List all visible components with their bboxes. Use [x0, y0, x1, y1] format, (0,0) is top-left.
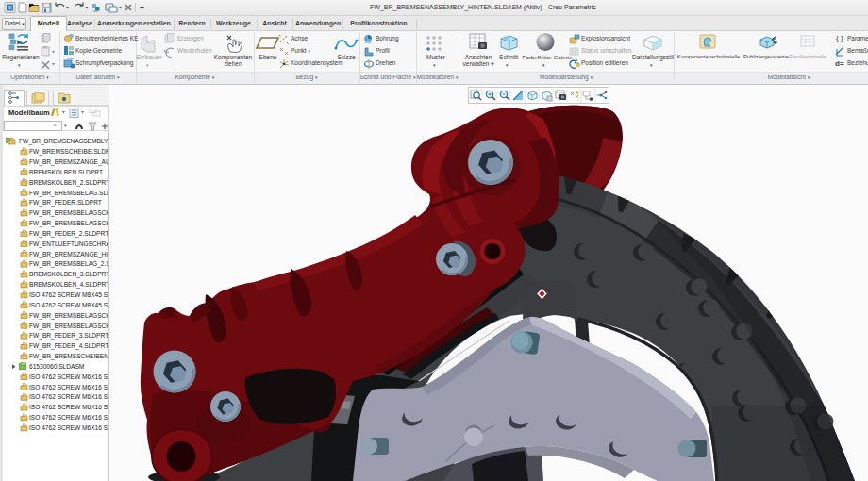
- svg-text:ISO 4762 SCREW M8X45 STEEL: ISO 4762 SCREW M8X45 STEEL: [29, 291, 108, 298]
- svg-text:FW_BR_FEDER_4.SLDPRT: FW_BR_FEDER_4.SLDPRT: [29, 342, 108, 350]
- svg-text:ISO 4762 SCREW M8X45 STEEL: ISO 4762 SCREW M8X45 STEEL: [29, 302, 108, 308]
- svg-text:FW_BR_BREMSBELAGSCHRAU: FW_BR_BREMSBELAGSCHRAU: [29, 312, 108, 320]
- svg-text:ISO 4762 SCREW M6X16 STEEL: ISO 4762 SCREW M6X16 STEEL: [29, 384, 108, 390]
- svg-text:FW_BR_FEDER_3.SLDPRT: FW_BR_FEDER_3.SLDPRT: [29, 332, 108, 340]
- svg-text:FW_BR_BREMSBELAGSCHRAUB: FW_BR_BREMSBELAGSCHRAUB: [29, 220, 108, 227]
- svg-text:ISO 4762 SCREW M6X16 STEEL: ISO 4762 SCREW M6X16 STEEL: [29, 424, 108, 431]
- svg-text:BREMSKOLBEN_2.SLDPRT: BREMSKOLBEN_2.SLDPRT: [29, 179, 108, 187]
- svg-text:FW_BR_BREMSBELAGSCHRAUB: FW_BR_BREMSBELAGSCHRAUB: [29, 209, 108, 217]
- svg-text:FW_BR_BREMSSCHEIBENAUFNA: FW_BR_BREMSSCHEIBENAUFNA: [29, 353, 108, 360]
- svg-text:FW_BR_BREMSBELAGSCHRAU: FW_BR_BREMSBELAGSCHRAU: [29, 323, 108, 330]
- svg-text:FW_BR_BREMSZANGE_AUSSEN: FW_BR_BREMSZANGE_AUSSEN: [29, 158, 108, 166]
- svg-text:FW_BR_BREMSENASSEMBLY_HINTE: FW_BR_BREMSENASSEMBLY_HINTE: [19, 138, 108, 145]
- svg-text:ISO 4762 SCREW M6X16 STEEL: ISO 4762 SCREW M6X16 STEEL: [29, 393, 108, 400]
- svg-text:FW_ENTLUEFTUNGSCHRAUBE_: FW_ENTLUEFTUNGSCHRAUBE_: [29, 240, 108, 248]
- svg-text:FW_BR_FEDER.SLDPRT: FW_BR_FEDER.SLDPRT: [29, 199, 102, 207]
- svg-text:ISO 4762 SCREW M6X16 STEEL: ISO 4762 SCREW M6X16 STEEL: [29, 404, 108, 410]
- svg-text:d=: d=: [835, 59, 844, 68]
- svg-text:61530060.SLDASM: 61530060.SLDASM: [29, 363, 84, 370]
- svg-text:ISO 4762 SCREW M6X16 STEEL: ISO 4762 SCREW M6X16 STEEL: [29, 373, 108, 380]
- svg-text:{ }: { }: [836, 34, 843, 42]
- svg-text:BREMSKOLBEN.SLDPRT: BREMSKOLBEN.SLDPRT: [29, 169, 103, 175]
- svg-text:FW_BR_FEDER_2.SLDPRT: FW_BR_FEDER_2.SLDPRT: [29, 230, 108, 238]
- svg-text:FW_BR_BREMSZANGE_HINTEN.: FW_BR_BREMSZANGE_HINTEN.: [29, 251, 108, 258]
- svg-text:FW_BREMSSCHEIBE.SLDPRT: FW_BREMSSCHEIBE.SLDPRT: [29, 148, 108, 156]
- svg-text:FW_BR_BREMSBELAG_2.SLDPR: FW_BR_BREMSBELAG_2.SLDPR: [29, 260, 108, 268]
- svg-text:FW_BR_BREMSBELAG.SLDPRT: FW_BR_BREMSBELAG.SLDPRT: [29, 190, 108, 197]
- svg-text:ISO 4762 SCREW M6X16 STEEL: ISO 4762 SCREW M6X16 STEEL: [29, 414, 108, 421]
- svg-text:BREMSKOLBEN_3.SLDPRT: BREMSKOLBEN_3.SLDPRT: [29, 271, 108, 278]
- svg-text:BREMSKOLBEN_4.SLDPRT: BREMSKOLBEN_4.SLDPRT: [29, 281, 108, 289]
